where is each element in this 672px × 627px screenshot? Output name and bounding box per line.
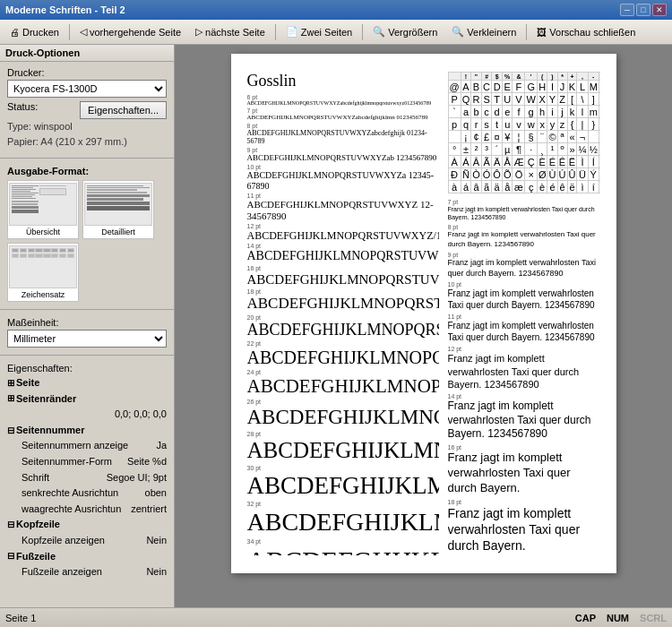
tree-kopf-anzeigen: Kopfzeile anzeigen Nein [7,533,167,549]
sample-28pt: 28 pt ABCDEFGHIJKLMNO... [247,431,439,464]
right-16pt: 16 pt Franz jagt im komplett verwahrlost… [448,444,600,496]
tree-seitennummer-header[interactable]: Seitennummer [7,423,167,439]
printer-select[interactable]: Kyocera FS-1300D [7,80,167,98]
tree-seitenrander-header[interactable]: Seitenränder [7,391,167,408]
zoom-in-button[interactable]: 🔍 Vergrößern [366,22,444,42]
main-container: Druck-Optionen Drucker: Kyocera FS-1300D… [0,45,672,607]
close-preview-button[interactable]: 🖼 Vorschau schließen [530,22,642,42]
two-pages-button[interactable]: 📄 Zwei Seiten [280,22,358,42]
text-10pt: ABCDEFGHIJKLMNOPQRSTUVWXYZa 12345-67890 [247,170,439,192]
text-14pt: ABCDEFGHIJKLMNOPQRSTUVWXYZl23456... [247,249,439,264]
text-24pt: ABCDEFGHIJKLMNOPQ... [247,375,439,398]
close-button[interactable]: ✕ [652,4,667,16]
text-28pt: ABCDEFGHIJKLMNO... [247,437,439,464]
titlebar: Moderne Schriften - Teil 2 ─ □ ✕ [0,0,672,20]
sample-26pt: 26 pt ABCDEFGHIJKLMNOP... [247,399,439,430]
sample-18pt: 18 pt ABCDEFGHIJKLMNOPQRSTUVW... [247,288,439,313]
sample-22pt: 22 pt ABCDEFGHIJKLMNOPQRS... [247,340,439,368]
label-22pt: 22 pt [247,340,439,347]
page-preview: Gosslin 6 pt ABCDEFGHIJKLMNOPQRSTUVWXYZa… [231,54,616,573]
label-34pt: 34 pt [247,538,439,545]
label-14pt: 14 pt [247,243,439,249]
label-28pt: 28 pt [247,431,439,437]
printer-section: Drucker: Kyocera FS-1300D Status: Eigens… [0,62,174,154]
format-options: Übersicht Detailliert [7,180,167,302]
sample-14pt: 14 pt ABCDEFGHIJKLMNOPQRSTUVWXYZl23456..… [247,243,439,264]
separator-4 [526,24,527,40]
zoom-out-icon: 🔍 [452,26,464,38]
divider-1 [0,158,174,159]
right-10pt: 10 pt Franz jagt im komplett verwahrlost… [448,281,600,311]
zeichensatz-label: Zeichensatz [22,290,65,301]
label-12pt: 12 pt [247,223,439,229]
font-title: Gosslin [247,72,439,90]
sample-10pt: 10 pt ABCDEFGHIJKLMNOPQRSTUVWXYZa 12345-… [247,164,439,192]
tree-seitennummer: Seitennummer Seitennummern anzeige Ja Se… [7,423,167,518]
text-22pt: ABCDEFGHIJKLMNOPQRS... [247,347,439,368]
panel-title: Druck-Optionen [0,45,174,62]
print-button[interactable]: 🖨 Drucken [4,22,65,42]
text-6pt: ABCDEFGHIJKLMNOPQRSTUVWXYZabcdefghijklmn… [247,100,439,107]
num-indicator: NUM [607,613,629,623]
zoom-out-button[interactable]: 🔍 Verkleinern [445,22,522,42]
label-20pt: 20 pt [247,314,439,321]
tree-schrift: Schrift Segoe UI; 9pt [7,470,167,486]
window-title: Moderne Schriften - Teil 2 [5,4,125,15]
sample-11pt: 11 pt ABCDEFGHIJKLMNOPQRSTUVWXYZ 12-3456… [247,193,439,222]
type-info: Type: winspool [7,119,167,134]
preview-left: Gosslin 6 pt ABCDEFGHIJKLMNOPQRSTUVWXYZa… [247,72,439,555]
printer-info: Type: winspool Papier: A4 (210 x 297 mm.… [7,119,167,149]
tree-seitenrander: Seitenränder 0,0; 0,0; 0,0 [7,391,167,423]
tree-seite: Seite [7,375,167,391]
label-26pt: 26 pt [247,399,439,405]
detailliert-label: Detailliert [101,228,135,238]
right-12pt: 12 pt Franz jagt im komplett verwahrlost… [448,346,600,391]
properties-button[interactable]: Eigenschaften... [80,101,167,119]
text-9pt: ABCDEFGHIJKLMNOPQRSTUVWXYZab 1234567890 [247,153,439,163]
maximize-button[interactable]: □ [636,4,650,16]
statusbar-page: Seite 1 [5,613,36,623]
close-preview-icon: 🖼 [537,27,547,38]
tree-snr-anzeige: Seitennummern anzeige Ja [7,438,167,454]
format-zeichensatz[interactable]: Zeichensatz [7,243,79,302]
label-11pt: 11 pt [247,193,439,199]
tree-seite-header[interactable]: Seite [7,375,167,391]
tree-waagrecht: waagrechte Ausrichtun zentriert [7,502,167,518]
tree-snr-form: Seitennummer-Form Seite %d [7,454,167,470]
tree-kopfzeile-header[interactable]: Kopfzeile [7,517,167,533]
label-30pt: 30 pt [247,465,439,471]
statusbar-indicators: CAP NUM SCRL [575,613,667,623]
label-7pt: 7 pt [247,107,439,114]
minimize-button[interactable]: ─ [620,4,634,16]
next-page-button[interactable]: ▷ nächste Seite [189,22,271,42]
format-section: Ausgabe-Format: [0,162,174,305]
left-panel: Druck-Optionen Drucker: Kyocera FS-1300D… [0,45,175,607]
text-12pt: ABCDEFGHIJKLMNOPQRSTUVWXYZ/1234567890 [247,229,439,242]
text-16pt: ABCDEFGHIJKLMNOPQRSTUVWX... [247,271,439,288]
tree-kopfzeile: Kopfzeile Kopfzeile anzeigen Nein [7,517,167,548]
text-11pt: ABCDEFGHIJKLMNOPQRSTUVWXYZ 12-34567890 [247,199,439,222]
tree-senkrecht: senkrechte Ausrichtun oben [7,485,167,502]
right-samples: 7 pt Franz jagt im komplett verwahrloste… [448,199,600,555]
label-18pt: 18 pt [247,288,439,295]
props-label: Eigenschaften: [7,363,167,374]
prev-page-button[interactable]: ◁ vorhergehende Seite [73,22,187,42]
unit-select[interactable]: Millimeter [7,330,167,348]
format-title: Ausgabe-Format: [7,166,167,176]
tree-fusszeile-header[interactable]: Fußzeile [7,549,167,565]
toolbar: 🖨 Drucken ◁ vorhergehende Seite ▷ nächst… [0,20,672,45]
text-20pt: ABCDEFGHIJKLMNOPQRSTU... [247,321,439,340]
text-34pt: ABCDEFGHIJKL... [247,545,439,555]
format-detailliert[interactable]: Detailliert [82,180,154,239]
sample-20pt: 20 pt ABCDEFGHIJKLMNOPQRSTU... [247,314,439,340]
sample-30pt: 30 pt ABCDEFGHIJKLMN... [247,465,439,500]
right-11pt: 11 pt Franz jagt im komplett verwahrlost… [448,314,600,343]
sample-8pt: 8 pt ABCDEFGHIJKLMNOPQRSTUVWXYZabcdefghi… [247,123,439,146]
format-ubersicht[interactable]: Übersicht [7,180,79,239]
sample-34pt: 34 pt ABCDEFGHIJKL... [247,538,439,555]
sample-12pt: 12 pt ABCDEFGHIJKLMNOPQRSTUVWXYZ/1234567… [247,223,439,242]
right-9pt: 9 pt Franz jagt im komplett verwahrloste… [448,252,600,279]
sample-32pt: 32 pt ABCDEFGHIJKLM... [247,501,439,537]
label-10pt: 10 pt [247,164,439,170]
sample-24pt: 24 pt ABCDEFGHIJKLMNOPQ... [247,369,439,398]
